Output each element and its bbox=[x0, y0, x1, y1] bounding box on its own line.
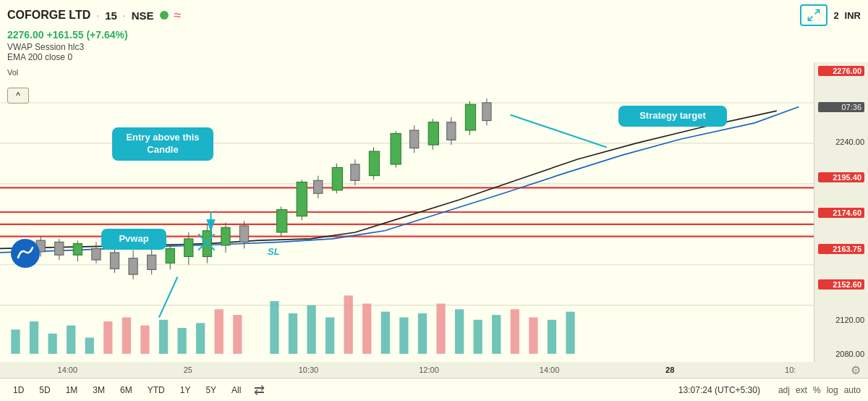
svg-rect-68 bbox=[30, 321, 38, 354]
period-1d[interactable]: 1D bbox=[7, 384, 30, 397]
vol-label: Vol bbox=[7, 68, 18, 77]
pvwap-annotation: Pvwap bbox=[101, 229, 166, 250]
wave-icon: ≈ bbox=[174, 8, 182, 23]
exchange: NSE bbox=[132, 9, 154, 22]
y-2163: 2163.75 bbox=[818, 244, 864, 254]
timeframe: 15 bbox=[105, 9, 117, 22]
sl-label: SL bbox=[268, 246, 280, 257]
svg-rect-17 bbox=[55, 242, 64, 255]
svg-rect-29 bbox=[166, 248, 174, 263]
bottom-toolbar: 1D 5D 1M 3M 6M YTD 1Y 5Y All ⇄ 13:07:24 … bbox=[0, 378, 868, 401]
svg-rect-83 bbox=[326, 317, 334, 353]
svg-rect-47 bbox=[351, 164, 359, 180]
log-option[interactable]: log bbox=[827, 385, 838, 395]
chart-header: COFORGE LTD · 15 · NSE ≈ 2 INR bbox=[0, 0, 868, 28]
svg-rect-81 bbox=[289, 313, 297, 354]
svg-rect-88 bbox=[418, 313, 427, 354]
timestamp: 13:07:24 (UTC+5:30) bbox=[678, 385, 760, 395]
period-1m[interactable]: 1M bbox=[60, 384, 84, 397]
svg-rect-55 bbox=[428, 122, 438, 145]
y-2174: 2174.60 bbox=[818, 208, 864, 218]
svg-rect-25 bbox=[129, 258, 137, 274]
svg-rect-31 bbox=[184, 239, 193, 257]
svg-rect-92 bbox=[492, 315, 501, 354]
bottom-options: adj ext % log auto bbox=[778, 385, 861, 395]
svg-rect-70 bbox=[67, 326, 75, 354]
svg-rect-79 bbox=[233, 315, 242, 354]
svg-line-1 bbox=[809, 17, 813, 21]
svg-rect-86 bbox=[381, 312, 390, 354]
svg-rect-89 bbox=[436, 303, 445, 353]
svg-rect-69 bbox=[48, 334, 56, 354]
period-all[interactable]: All bbox=[226, 384, 247, 397]
settings-icon[interactable]: ⚙ bbox=[851, 363, 861, 377]
time-1400a: 14:00 bbox=[7, 366, 128, 374]
chart-area: Vol ^ bbox=[0, 62, 868, 362]
svg-rect-27 bbox=[148, 255, 156, 269]
main-chart[interactable]: Vol ^ bbox=[0, 62, 814, 362]
period-3m[interactable]: 3M bbox=[87, 384, 111, 397]
svg-rect-82 bbox=[307, 305, 315, 354]
period-5y[interactable]: 5Y bbox=[200, 384, 222, 397]
vwap-label: VWAP Session hlc3 bbox=[7, 42, 861, 52]
svg-rect-71 bbox=[85, 337, 94, 353]
y-2120: 2120.00 bbox=[818, 316, 864, 324]
ema-label: EMA 200 close 0 bbox=[7, 52, 861, 62]
time-axis: 14:00 25 10:30 12:00 14:00 28 10: ⚙ bbox=[0, 362, 868, 378]
live-dot bbox=[160, 11, 169, 20]
period-1y[interactable]: 1Y bbox=[174, 384, 197, 397]
period-ytd[interactable]: YTD bbox=[142, 384, 171, 397]
indicators: VWAP Session hlc3 EMA 200 close 0 bbox=[0, 42, 868, 62]
svg-rect-80 bbox=[270, 301, 278, 354]
svg-line-66 bbox=[511, 115, 607, 148]
svg-rect-78 bbox=[215, 309, 224, 354]
svg-rect-91 bbox=[474, 320, 482, 354]
logo bbox=[11, 239, 40, 268]
svg-rect-51 bbox=[391, 133, 401, 164]
svg-rect-73 bbox=[122, 317, 131, 353]
strategy-annotation: Strategy target bbox=[618, 106, 727, 127]
pct-option[interactable]: % bbox=[813, 385, 821, 395]
svg-rect-21 bbox=[92, 248, 101, 260]
sep2: · bbox=[123, 9, 126, 21]
svg-rect-76 bbox=[177, 328, 186, 354]
time-25: 25 bbox=[128, 366, 249, 374]
svg-rect-53 bbox=[410, 130, 419, 148]
header-right: 2 INR bbox=[800, 4, 861, 26]
svg-rect-49 bbox=[369, 151, 379, 176]
compare-icon[interactable]: ⇄ bbox=[254, 382, 265, 398]
svg-rect-61 bbox=[482, 103, 491, 121]
svg-rect-87 bbox=[399, 317, 408, 353]
svg-rect-93 bbox=[511, 309, 519, 354]
svg-rect-84 bbox=[344, 295, 353, 354]
y-time: 07:36 bbox=[818, 102, 864, 112]
svg-rect-43 bbox=[314, 180, 323, 193]
y-2240: 2240.00 bbox=[818, 138, 864, 146]
time-1030: 10:30 bbox=[248, 366, 369, 374]
period-6m[interactable]: 6M bbox=[114, 384, 138, 397]
svg-rect-85 bbox=[362, 303, 371, 353]
entry-annotation: Entry above this Candle bbox=[112, 127, 213, 161]
svg-rect-90 bbox=[455, 309, 464, 354]
time-28: 28 bbox=[610, 366, 731, 374]
svg-rect-94 bbox=[529, 317, 537, 353]
auto-option[interactable]: auto bbox=[844, 385, 861, 395]
currency-label: INR bbox=[845, 10, 861, 21]
svg-rect-23 bbox=[110, 253, 119, 269]
ext-option[interactable]: ext bbox=[796, 385, 807, 395]
svg-rect-67 bbox=[11, 329, 20, 354]
period-5d[interactable]: 5D bbox=[33, 384, 56, 397]
fullscreen-button[interactable] bbox=[800, 4, 827, 26]
svg-rect-59 bbox=[465, 104, 475, 130]
time-1200: 12:00 bbox=[369, 366, 490, 374]
svg-rect-35 bbox=[221, 227, 230, 245]
badge-number: 2 bbox=[833, 10, 838, 21]
collapse-button[interactable]: ^ bbox=[7, 88, 29, 104]
svg-rect-45 bbox=[332, 167, 342, 190]
svg-rect-74 bbox=[140, 326, 149, 354]
stock-title: COFORGE LTD bbox=[7, 9, 90, 22]
y-2152: 2152.60 bbox=[818, 279, 864, 290]
adj-option[interactable]: adj bbox=[778, 385, 790, 395]
price-change: 2276.00 +161.55 (+7.64%) bbox=[0, 28, 868, 42]
chart-container: COFORGE LTD · 15 · NSE ≈ 2 INR 2276.00 +… bbox=[0, 0, 868, 401]
